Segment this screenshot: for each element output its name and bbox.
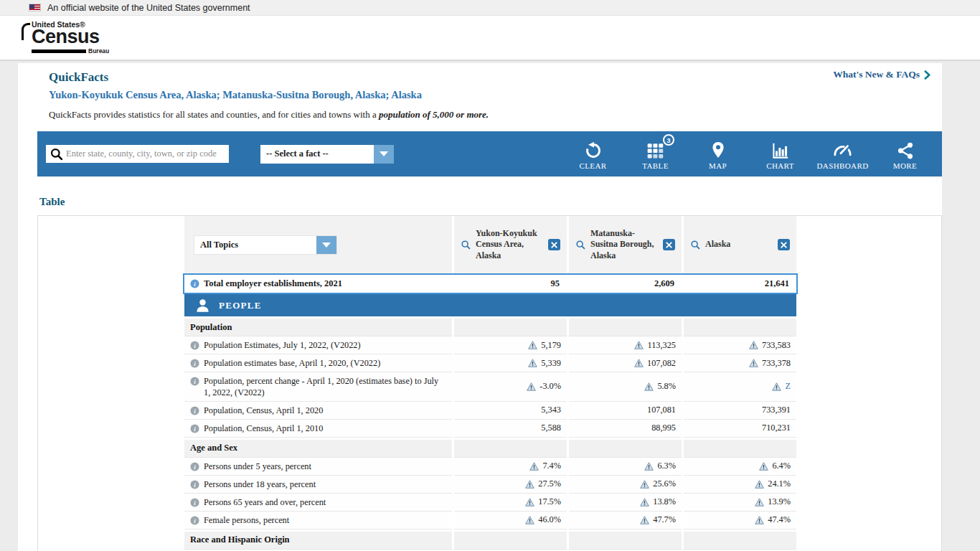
footnote-flag-icon[interactable] (525, 498, 534, 507)
table-count-badge: 3 (663, 134, 674, 146)
info-icon[interactable]: i (190, 498, 199, 507)
footnote-flag-icon[interactable] (640, 480, 649, 489)
gov-banner-text: An official website of the United States… (47, 3, 250, 13)
fact-label: Population, percent change - April 1, 20… (204, 376, 446, 399)
remove-column-button[interactable] (548, 239, 560, 250)
table-row[interactable]: i Population, Census, April 1, 2020 5,34… (184, 402, 796, 420)
fact-value: 24.1% (684, 476, 796, 494)
page-title: QuickFacts (49, 70, 930, 85)
fact-select[interactable]: -- Select a fact -- (260, 145, 394, 164)
search-input[interactable] (66, 145, 229, 163)
info-icon[interactable]: i (190, 279, 199, 288)
table-row[interactable]: i Persons under 18 years, percent 27.5% (184, 476, 796, 494)
selected-fact-value: 95 (453, 278, 565, 289)
topics-select[interactable]: All Topics (194, 235, 337, 255)
map-button[interactable]: MAP (687, 138, 749, 170)
table-button[interactable]: 3 TABLE (624, 138, 687, 170)
footnote-flag-icon[interactable] (640, 498, 649, 507)
column-header-yukon-koyukuk: Yukon-Koyukuk Census Area, Alaska (454, 216, 567, 273)
info-icon[interactable]: i (190, 516, 199, 525)
people-category-band[interactable]: PEOPLE (184, 294, 796, 316)
footnote-flag-icon[interactable] (644, 462, 654, 471)
footnote-flag-icon[interactable] (749, 359, 758, 367)
footnote-flag-icon[interactable] (755, 516, 764, 524)
fact-value: 25.6% (569, 476, 682, 494)
close-icon (551, 242, 557, 248)
whats-new-link[interactable]: What's New & FAQs (833, 69, 930, 80)
remove-column-button[interactable] (663, 239, 675, 250)
table-row[interactable]: i Population Estimates, July 1, 2022, (V… (184, 336, 796, 354)
topics-select-arrow-button[interactable] (316, 236, 336, 254)
fact-label: Female persons, percent (204, 515, 289, 527)
footnote-flag-icon[interactable] (749, 341, 758, 349)
footnote-flag-icon[interactable] (634, 359, 644, 367)
map-pin-icon (710, 141, 727, 160)
fact-value: -3.0% (454, 372, 567, 402)
people-band-label: PEOPLE (219, 300, 262, 311)
fact-label: Population, Census, April 1, 2020 (204, 405, 323, 417)
info-icon[interactable]: i (190, 480, 199, 489)
fact-value: 733,378 (684, 354, 796, 372)
info-icon[interactable]: i (190, 377, 199, 386)
fact-value: 88,995 (569, 420, 682, 438)
census-bureau-logo[interactable]: United States® Census Bureau (22, 21, 109, 55)
table-row[interactable]: i Population, percent change - April 1, … (184, 372, 796, 402)
fact-value: 6.3% (569, 458, 682, 476)
table-row[interactable]: i Persons under 5 years, percent 7.4% (184, 458, 796, 476)
main-content: QuickFacts Yukon-Koyukuk Census Area, Al… (18, 63, 942, 551)
footnote-flag-icon[interactable] (759, 462, 768, 471)
gauge-icon (832, 141, 853, 160)
logo-underline (32, 50, 86, 53)
chart-button[interactable]: CHART (749, 138, 811, 170)
geography-search[interactable] (46, 145, 229, 163)
page-head: QuickFacts Yukon-Koyukuk Census Area, Al… (18, 63, 942, 121)
footnote-flag-icon[interactable] (527, 382, 536, 391)
footnote-flag-icon[interactable] (528, 359, 537, 367)
info-icon[interactable]: i (190, 424, 199, 433)
more-button[interactable]: MORE (874, 138, 936, 170)
logo-bureau: Bureau (88, 47, 109, 55)
fact-value: 6.4% (684, 458, 796, 476)
table-section-heading: Table (39, 196, 942, 208)
person-icon (194, 298, 211, 314)
search-icon[interactable] (575, 240, 585, 250)
search-icon[interactable] (690, 240, 700, 250)
fact-value: 710,231 (684, 420, 796, 438)
logo-census: Census (32, 28, 109, 47)
footnote-flag-icon[interactable] (755, 498, 764, 507)
footnote-flag-icon[interactable] (525, 516, 534, 524)
info-icon[interactable]: i (190, 359, 199, 368)
fact-label: Persons under 5 years, percent (204, 461, 311, 473)
table-row[interactable]: i Persons 65 years and over, percent 17.… (184, 494, 796, 512)
footnote-flag-icon[interactable] (634, 341, 644, 349)
footnote-flag-icon[interactable] (755, 480, 764, 489)
fact-label: Persons 65 years and over, percent (204, 497, 326, 509)
clear-button[interactable]: CLEAR (562, 138, 624, 170)
table-row[interactable]: i Population estimates base, April 1, 20… (184, 354, 796, 372)
remove-column-button[interactable] (778, 239, 790, 250)
selected-fact-row[interactable]: i Total employer establishments, 2021 95… (183, 273, 798, 294)
fact-select-value: -- Select a fact -- (260, 145, 374, 164)
info-icon[interactable]: i (190, 341, 199, 350)
footnote-flag-icon[interactable] (640, 516, 649, 524)
table-row[interactable]: i Female persons, percent 46.0% (184, 512, 796, 529)
table-grid-icon (646, 141, 665, 160)
dashboard-button[interactable]: DASHBOARD (811, 138, 874, 170)
table-row[interactable]: i Population, Census, April 1, 2010 5,58… (184, 420, 796, 438)
info-icon[interactable]: i (190, 406, 199, 415)
footnote-flag-icon[interactable] (644, 382, 654, 391)
column-header-matanuska-susitna: Matanuska-Susitna Borough, Alaska (569, 216, 682, 273)
search-icon[interactable] (461, 240, 471, 250)
footnote-flag-icon[interactable] (528, 341, 537, 349)
fact-select-arrow-button[interactable] (374, 145, 394, 164)
footnote-flag-icon[interactable] (525, 480, 534, 489)
quickfacts-table: All Topics Yukon-Koyukuk Census Area, Al… (37, 215, 942, 551)
footnote-flag-icon[interactable] (772, 382, 781, 391)
fact-value: 46.0% (454, 512, 567, 529)
chevron-right-icon (924, 70, 930, 80)
close-icon (666, 242, 672, 248)
us-flag-icon (29, 4, 41, 11)
footnote-flag-icon[interactable] (529, 462, 539, 471)
info-icon[interactable]: i (190, 462, 199, 471)
fact-value: 733,391 (684, 402, 796, 420)
